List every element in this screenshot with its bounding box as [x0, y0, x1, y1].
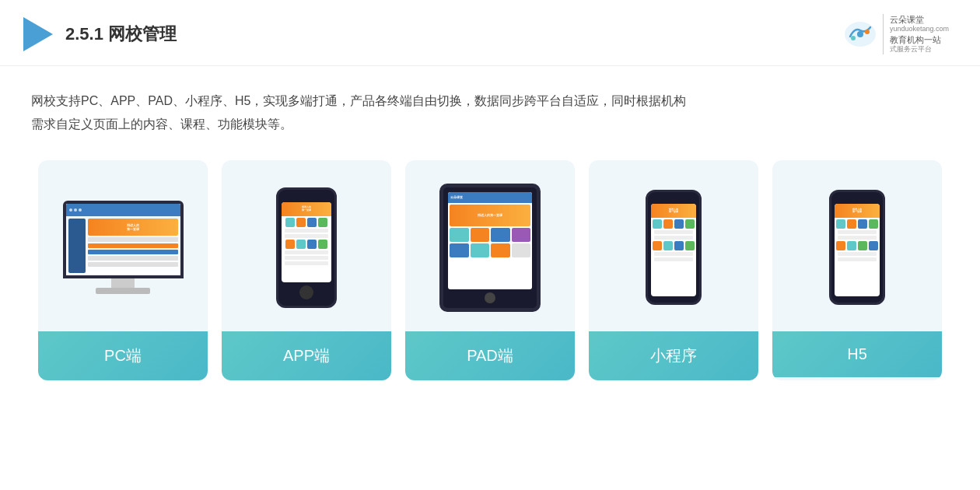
- phone-list-row: [654, 236, 693, 240]
- phone-icon: [318, 218, 327, 227]
- phone-list-row: [654, 257, 693, 261]
- pc-card: 招进人的第一堂课: [38, 160, 208, 380]
- phone-screen-mini: 招进人的第一堂课: [651, 204, 696, 296]
- phone-icon: [307, 240, 317, 249]
- phone-icon: [858, 219, 867, 229]
- pad-label: PAD端: [467, 347, 513, 364]
- screen-rows: [88, 237, 178, 267]
- phone-list-row: [838, 230, 877, 234]
- phone-list-row: [285, 256, 328, 260]
- desktop-base: [96, 288, 150, 294]
- phone-list-row: [654, 252, 693, 256]
- phone-icon: [318, 240, 327, 249]
- screen-row: [88, 256, 178, 261]
- phone-mockup-app: 招进人的第一堂课: [276, 187, 337, 308]
- mini-image-area: 招进人的第一堂课: [589, 160, 758, 331]
- phone-body-h5: 招进人的第一堂课: [829, 190, 885, 305]
- phone-icons-row: [836, 241, 878, 250]
- logo-triangle-icon: [23, 17, 53, 51]
- desktop-neck: [111, 278, 135, 288]
- pc-label-bar: PC端: [38, 331, 208, 380]
- phone-list-row: [838, 252, 877, 256]
- tablet-grid-item: [450, 228, 469, 242]
- app-label: APP端: [283, 347, 330, 364]
- pad-label-bar: PAD端: [405, 331, 575, 380]
- tablet-screen: 云朵课堂 招进人的第一堂课: [448, 192, 532, 289]
- app-label-bar: APP端: [222, 331, 391, 380]
- tablet-grid-item: [512, 228, 531, 242]
- tablet-top-bar: 云朵课堂: [448, 192, 532, 203]
- brand-logo: 云朵课堂 yunduoketang.com 教育机构一站 式服务云平台: [844, 14, 949, 54]
- brand-text: 云朵课堂 yunduoketang.com 教育机构一站 式服务云平台: [883, 14, 949, 54]
- pc-image-area: 招进人的第一堂课: [38, 160, 208, 331]
- phone-icons-row: [283, 240, 330, 249]
- phone-icon: [858, 241, 867, 250]
- phone-list-row: [838, 236, 877, 240]
- svg-point-2: [851, 36, 856, 40]
- pad-card: 云朵课堂 招进人的第一堂课: [405, 160, 575, 380]
- phone-screen-top: 招进人的第一堂课: [282, 202, 331, 216]
- cards-section: 招进人的第一堂课: [0, 152, 980, 396]
- desktop-mockup: 招进人的第一堂课: [63, 201, 184, 294]
- phone-list-row: [285, 261, 328, 265]
- phone-screen-body: [282, 216, 331, 282]
- tablet-grid-item: [471, 228, 490, 242]
- phone-icon: [836, 219, 845, 229]
- phone-list-row: [838, 257, 877, 261]
- screen-row-accent: [88, 243, 178, 248]
- screen-dot: [74, 208, 77, 212]
- screen-content: 招进人的第一堂课: [66, 216, 180, 275]
- phone-screen-h5: 招进人的第一堂课: [835, 204, 880, 296]
- phone-icon: [847, 241, 856, 250]
- phone-screen-top-mini: 招进人的第一堂课: [651, 204, 696, 218]
- svg-point-1: [857, 31, 863, 37]
- header-left: 2.5.1 网校管理: [23, 17, 177, 51]
- phone-icon: [847, 219, 856, 229]
- h5-label: H5: [847, 345, 867, 362]
- screen-topbar: [66, 204, 180, 216]
- tablet-grid-item: [471, 243, 490, 257]
- phone-mockup-mini: 招进人的第一堂课: [646, 190, 702, 305]
- page-title: 2.5.1 网校管理: [65, 23, 177, 46]
- phone-home-button: [299, 285, 313, 299]
- mini-label-bar: 小程序: [589, 331, 758, 380]
- header: 2.5.1 网校管理 云朵课堂 yunduoketang.com: [0, 0, 980, 66]
- phone-screen-app: 招进人的第一堂课: [282, 202, 331, 282]
- screen-dot: [79, 208, 82, 212]
- tablet-banner: 招进人的第一堂课: [450, 205, 530, 226]
- phone-icon: [685, 241, 695, 250]
- svg-point-3: [865, 30, 870, 34]
- tablet-body: 云朵课堂 招进人的第一堂课: [439, 184, 541, 312]
- desktop-screen: 招进人的第一堂课: [63, 201, 184, 278]
- tablet-grid-item: [512, 243, 531, 257]
- phone-icons-row: [836, 219, 878, 229]
- mini-label: 小程序: [650, 347, 697, 364]
- screen-sidebar: [68, 219, 86, 273]
- desktop-screen-inner: 招进人的第一堂课: [66, 204, 180, 275]
- phone-icon: [307, 218, 317, 227]
- phone-screen-body-h5: [835, 218, 880, 296]
- tablet-grid-item: [491, 243, 510, 257]
- phone-icon: [663, 241, 673, 250]
- phone-notch: [297, 196, 316, 200]
- brand-icon: [844, 21, 877, 47]
- pc-label: PC端: [104, 347, 142, 364]
- phone-icon: [296, 218, 306, 227]
- phone-list-row: [285, 234, 328, 238]
- phone-icons-row: [653, 219, 695, 229]
- h5-image-area: 招进人的第一堂课: [772, 160, 942, 331]
- tablet-mockup: 云朵课堂 招进人的第一堂课: [439, 184, 541, 312]
- screen-dot: [69, 208, 72, 212]
- phone-notch-mini: [666, 198, 681, 201]
- phone-icons-row: [653, 241, 695, 250]
- phone-list-row: [285, 229, 328, 233]
- phone-icon: [836, 241, 845, 250]
- phone-mockup-h5: 招进人的第一堂课: [829, 190, 885, 305]
- phone-icon: [296, 240, 306, 249]
- phone-list-row: [654, 230, 693, 234]
- phone-icon: [674, 219, 684, 229]
- tablet-home-button: [485, 292, 495, 303]
- phone-icon: [653, 241, 662, 250]
- phone-list-row: [285, 250, 328, 254]
- mini-card: 招进人的第一堂课: [589, 160, 758, 380]
